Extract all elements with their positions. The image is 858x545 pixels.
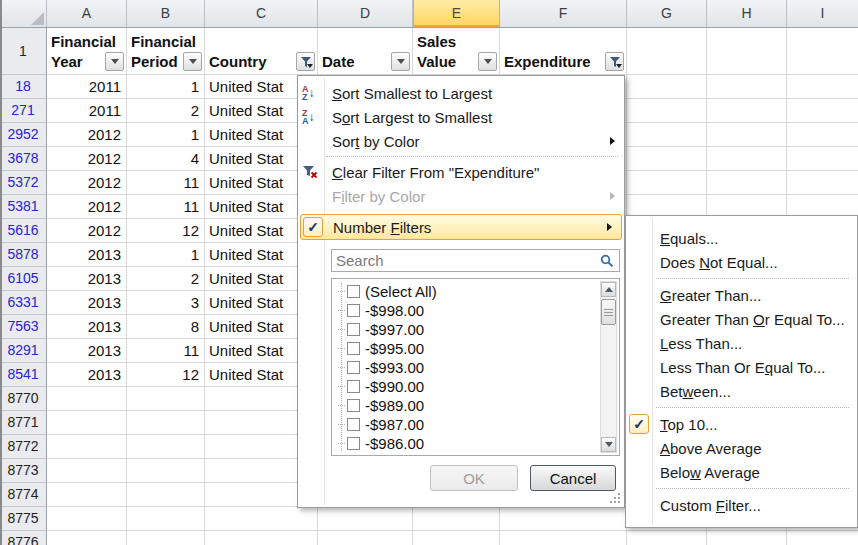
checkbox[interactable] xyxy=(347,285,360,298)
cell-financial-period[interactable]: 2 xyxy=(127,267,205,291)
cell[interactable] xyxy=(627,171,707,195)
cell-financial-year[interactable] xyxy=(47,459,127,483)
cell-financial-period[interactable] xyxy=(127,507,205,531)
cell-financial-period[interactable]: 8 xyxy=(127,315,205,339)
row-header[interactable]: 7563 xyxy=(0,315,47,339)
checkbox[interactable] xyxy=(347,304,360,317)
cell[interactable] xyxy=(707,99,787,123)
checkbox[interactable] xyxy=(347,418,360,431)
cell-financial-year[interactable] xyxy=(47,483,127,507)
cell-date-header[interactable]: Date xyxy=(318,28,413,75)
cell-financial-period[interactable]: 1 xyxy=(127,75,205,99)
cell-financial-year[interactable] xyxy=(47,435,127,459)
cell-financial-period-header[interactable]: Financial Period xyxy=(127,28,205,75)
cell-financial-period[interactable] xyxy=(127,435,205,459)
cell[interactable] xyxy=(627,75,707,99)
resize-grip[interactable] xyxy=(608,493,620,504)
cell[interactable] xyxy=(707,171,787,195)
row-header[interactable]: 8773 xyxy=(0,459,47,483)
cell[interactable] xyxy=(413,531,500,545)
cell-financial-period[interactable]: 2 xyxy=(127,99,205,123)
filter-value-item[interactable]: -$995.00 xyxy=(338,339,619,358)
column-header[interactable]: D xyxy=(318,0,413,27)
row-header[interactable]: 2952 xyxy=(0,123,47,147)
column-header[interactable]: C xyxy=(205,0,318,27)
cell-financial-year[interactable]: 2012 xyxy=(47,123,127,147)
cell-financial-year[interactable] xyxy=(47,411,127,435)
cell-financial-period[interactable] xyxy=(127,459,205,483)
cell[interactable] xyxy=(627,99,707,123)
cell-financial-year[interactable]: 2012 xyxy=(47,171,127,195)
menu-item-sort-smallest-to-largest[interactable]: AZ↓ Sort Smallest to Largest xyxy=(298,81,624,105)
filter-value-item[interactable]: -$987.00 xyxy=(338,415,619,434)
row-header[interactable]: 5381 xyxy=(0,195,47,219)
cell-financial-year[interactable]: 2012 xyxy=(47,195,127,219)
cell-sales-value-header[interactable]: Sales Value xyxy=(413,28,500,75)
cell-financial-year[interactable] xyxy=(47,531,127,545)
cell[interactable] xyxy=(787,28,858,75)
cell[interactable] xyxy=(707,147,787,171)
cell-financial-period[interactable]: 12 xyxy=(127,363,205,387)
column-header[interactable]: E xyxy=(413,0,500,27)
filter-value-item[interactable]: -$990.00 xyxy=(338,377,619,396)
filter-value-item[interactable]: -$989.00 xyxy=(338,396,619,415)
filter-value-item[interactable]: -$998.00 xyxy=(338,301,619,320)
filter-button-country-filtered[interactable] xyxy=(296,52,315,71)
cell[interactable] xyxy=(707,28,787,75)
cell-expenditure-header[interactable]: Expenditure xyxy=(500,28,627,75)
cell-financial-period[interactable]: 1 xyxy=(127,243,205,267)
cell-financial-year[interactable]: 2011 xyxy=(47,75,127,99)
menu-item-number-filters[interactable]: ✓ Number Filters xyxy=(300,214,622,240)
cell[interactable] xyxy=(707,531,787,545)
cell-financial-year[interactable]: 2012 xyxy=(47,147,127,171)
select-all-corner[interactable] xyxy=(0,0,47,27)
submenu-item-between[interactable]: Between... xyxy=(626,379,857,403)
cell[interactable] xyxy=(787,531,858,545)
row-header[interactable]: 5372 xyxy=(0,171,47,195)
cell[interactable] xyxy=(707,123,787,147)
row-header[interactable]: 8775 xyxy=(0,507,47,531)
filter-button-expenditure-filtered[interactable] xyxy=(605,52,624,71)
submenu-item-greater-than-or-equal[interactable]: Greater Than Or Equal To... xyxy=(626,307,857,331)
row-header[interactable]: 8774 xyxy=(0,483,47,507)
cell-financial-year[interactable]: 2011 xyxy=(47,99,127,123)
submenu-item-top-10[interactable]: ✓ Top 10... xyxy=(626,412,857,436)
cell[interactable] xyxy=(787,75,858,99)
cell-financial-year-header[interactable]: Financial Year xyxy=(47,28,127,75)
checkbox[interactable] xyxy=(347,323,360,336)
filter-value-item[interactable]: -$986.00 xyxy=(338,434,619,453)
cell[interactable] xyxy=(627,531,707,545)
cell[interactable] xyxy=(318,507,413,531)
column-header[interactable]: F xyxy=(500,0,627,27)
row-header[interactable]: 8771 xyxy=(0,411,47,435)
row-header[interactable]: 6331 xyxy=(0,291,47,315)
cell-country-header[interactable]: Country xyxy=(205,28,318,75)
scroll-down-button[interactable] xyxy=(601,437,616,452)
cell-financial-period[interactable]: 11 xyxy=(127,339,205,363)
cell-financial-period[interactable]: 4 xyxy=(127,147,205,171)
search-input[interactable] xyxy=(332,252,600,269)
filter-button-financial-period[interactable] xyxy=(183,52,202,71)
row-header[interactable]: 6105 xyxy=(0,267,47,291)
scroll-up-button[interactable] xyxy=(601,282,616,297)
filter-button-date[interactable] xyxy=(391,52,410,71)
cell-financial-year[interactable]: 2013 xyxy=(47,291,127,315)
search-icon[interactable] xyxy=(600,254,614,268)
filter-value-item-partial[interactable] xyxy=(338,453,619,456)
cell-financial-period[interactable] xyxy=(127,531,205,545)
cell-financial-period[interactable]: 12 xyxy=(127,219,205,243)
cell-financial-period[interactable] xyxy=(127,483,205,507)
cell-financial-period[interactable] xyxy=(127,411,205,435)
cell[interactable] xyxy=(627,123,707,147)
row-header[interactable]: 5616 xyxy=(0,219,47,243)
cell[interactable] xyxy=(318,531,413,545)
cell[interactable] xyxy=(500,507,627,531)
cell[interactable] xyxy=(787,123,858,147)
cell[interactable] xyxy=(787,147,858,171)
cell-financial-year[interactable]: 2013 xyxy=(47,243,127,267)
cell-financial-year[interactable] xyxy=(47,507,127,531)
cell-financial-year[interactable]: 2013 xyxy=(47,363,127,387)
checkbox[interactable] xyxy=(347,437,360,450)
cell-financial-year[interactable]: 2013 xyxy=(47,267,127,291)
cell-financial-period[interactable]: 11 xyxy=(127,171,205,195)
